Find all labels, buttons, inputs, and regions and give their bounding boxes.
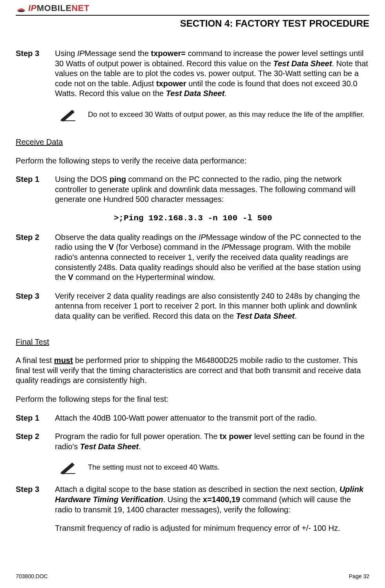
section-title: SECTION 4: FACTORY TEST PROCEDURE xyxy=(16,18,369,29)
step-block: Step 1 Using the DOS ping command on the… xyxy=(16,174,369,205)
pencil-note-icon xyxy=(59,107,78,122)
header-rule xyxy=(16,15,369,16)
step-label: Step 2 xyxy=(16,232,55,283)
step-text: Using IPMessage send the txpower= comman… xyxy=(55,49,369,99)
step-block: Step 3 Verify receiver 2 data quality re… xyxy=(16,291,369,321)
step-label: Step 2 xyxy=(16,432,55,452)
document-body: Step 3 Using IPMessage send the txpower=… xyxy=(16,49,369,534)
step-block: Step 3 Attach a digital scope to the bas… xyxy=(16,485,369,533)
footer-docname: 703800.DOC xyxy=(16,573,48,579)
step-text: Attach a digital scope to the base stati… xyxy=(55,485,369,533)
pencil-note-icon xyxy=(59,460,78,474)
note-block: The setting must not to exceed 40 Watts. xyxy=(59,460,369,474)
brand-logo: IPMOBILENET xyxy=(16,3,89,13)
step-text: Program the radio for full power operati… xyxy=(55,432,369,452)
note-text: The setting must not to exceed 40 Watts. xyxy=(88,463,220,472)
step-text: Verify receiver 2 data quality readings … xyxy=(55,291,369,321)
step-label: Step 1 xyxy=(16,174,55,205)
logo-text: IPMOBILENET xyxy=(28,3,89,13)
paragraph: Perform the following steps to verify th… xyxy=(16,156,369,166)
ping-command: >;Ping 192.168.3.3 -n 100 -l 500 xyxy=(114,213,369,224)
step-label: Step 3 xyxy=(16,291,55,321)
step-label: Step 3 xyxy=(16,485,55,533)
footer-pagenum: Page 32 xyxy=(349,573,369,579)
step-text: Attach the 40dB 100-Watt power attenuato… xyxy=(55,413,369,423)
paragraph: A final test must be performed prior to … xyxy=(16,356,369,386)
step-text: Observe the data quality readings on the… xyxy=(55,232,369,283)
step-text: Using the DOS ping command on the PC con… xyxy=(55,174,369,205)
step-block: Step 3 Using IPMessage send the txpower=… xyxy=(16,49,369,99)
step-label: Step 3 xyxy=(16,49,55,99)
step-label: Step 1 xyxy=(16,413,55,423)
satellite-icon xyxy=(16,4,27,13)
subhead-final: Final Test xyxy=(16,337,369,347)
step-block: Step 2 Observe the data quality readings… xyxy=(16,232,369,283)
page-container: IPMOBILENET SECTION 4: FACTORY TEST PROC… xyxy=(0,0,385,588)
note-text: Do not to exceed 30 Watts of output powe… xyxy=(88,110,365,119)
step-block: Step 1 Attach the 40dB 100-Watt power at… xyxy=(16,413,369,423)
note-block: Do not to exceed 30 Watts of output powe… xyxy=(59,107,369,122)
step-block: Step 2 Program the radio for full power … xyxy=(16,432,369,452)
paragraph: Perform the following steps for the fina… xyxy=(16,394,369,405)
page-header: IPMOBILENET xyxy=(16,3,369,15)
page-footer: 703800.DOC Page 32 xyxy=(16,573,369,579)
subhead-receive: Receive Data xyxy=(16,137,369,147)
svg-point-0 xyxy=(18,11,25,12)
